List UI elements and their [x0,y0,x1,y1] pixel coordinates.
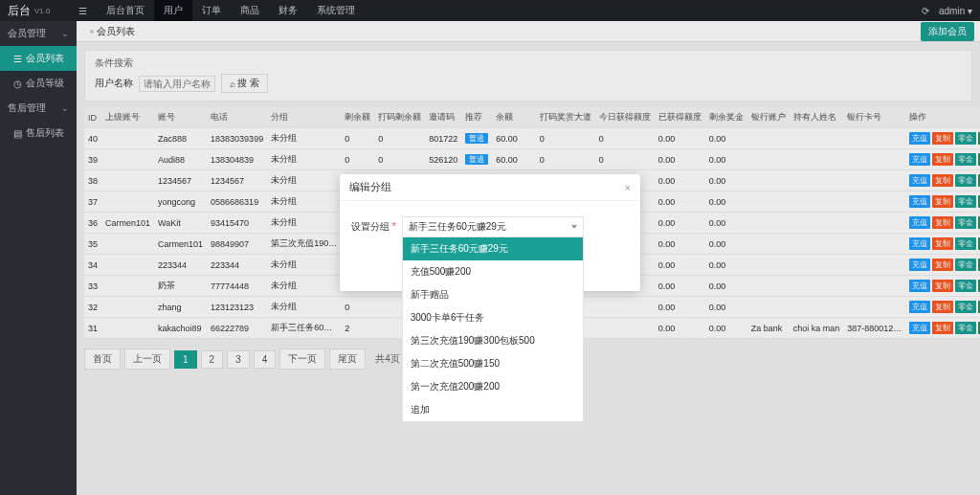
modal-overlay: 编辑分组 × 设置分组 * 新手三任务60元赚29元 新手三任务60元赚29元充… [0,0,980,495]
caret-down-icon [571,225,577,229]
dropdown-option[interactable]: 3000卡单6千任务 [403,306,583,329]
dropdown-option[interactable]: 充值500赚200 [403,260,583,283]
modal-title: 编辑分组 [349,180,391,194]
group-select[interactable]: 新手三任务60元赚29元 新手三任务60元赚29元充值500赚200新手赠品30… [402,216,584,237]
group-dropdown: 新手三任务60元赚29元充值500赚200新手赠品3000卡单6千任务第三次充值… [402,236,584,422]
dropdown-option[interactable]: 新手三任务60元赚29元 [403,237,583,260]
dropdown-option[interactable]: 新手赠品 [403,283,583,306]
dropdown-option[interactable]: 追加 [403,398,583,421]
field-label: 设置分组 * [351,220,396,234]
edit-group-modal: 编辑分组 × 设置分组 * 新手三任务60元赚29元 新手三任务60元赚29元充… [340,174,640,291]
dropdown-option[interactable]: 第二次充值500赚150 [403,352,583,375]
select-value: 新手三任务60元赚29元 [409,220,506,234]
close-icon[interactable]: × [625,182,631,193]
dropdown-option[interactable]: 第三次充值190赚300包板500 [403,329,583,352]
dropdown-option[interactable]: 第一次充值200赚200 [403,375,583,398]
